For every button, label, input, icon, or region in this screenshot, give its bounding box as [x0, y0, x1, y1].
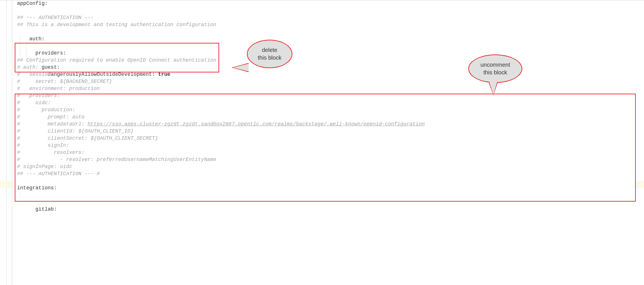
yaml-comment: # resolvers: — [17, 150, 85, 155]
yaml-key: integrations: — [17, 185, 57, 191]
line-highlight-right — [635, 181, 644, 188]
yaml-comment: # clientSecret: ${OAUTH_CLIENT_SECRET} — [17, 135, 158, 141]
yaml-comment: ## This is a development and testing aut… — [17, 22, 216, 28]
indent-guide — [26, 50, 26, 57]
yaml-comment: # signIn: — [17, 142, 69, 148]
gutter-line — [6, 0, 7, 285]
callout-text: delete — [262, 46, 278, 54]
yaml-comment: # signInPage: oidc — [17, 164, 72, 169]
callout-text: this block — [258, 54, 281, 62]
yaml-comment: # prompt: auto — [17, 114, 85, 120]
line-highlight-left — [0, 181, 12, 188]
blank-line — [17, 177, 635, 185]
yaml-comment: # clientId: ${OAUTH_CLIENT_ID} — [17, 128, 133, 134]
callout-uncomment: uncomment this block — [468, 55, 522, 83]
yaml-comment: ## Configuration required to enable Open… — [17, 57, 216, 63]
callout-text: uncomment — [481, 61, 510, 69]
yaml-key: gitlab: — [29, 206, 57, 212]
metadata-url: https://sso.apps.cluster-zgzdt.zgzdt.san… — [87, 121, 425, 127]
yaml-comment: # - resolver: preferredUsernameMatchingU… — [17, 157, 216, 162]
callout-delete: delete this block — [247, 40, 292, 68]
indent-guide — [20, 50, 20, 57]
code-block: appConfig: ## --- AUTHENTICATION --- ## … — [17, 0, 635, 199]
yaml-comment: # providers: — [17, 93, 60, 99]
yaml-comment: # secret: ${BACKEND_SECRET} — [17, 79, 112, 84]
gutter-line — [12, 0, 12, 285]
yaml-comment-prefix: # metadataUrl: — [17, 121, 87, 127]
indent-guide — [20, 192, 20, 199]
yaml-comment: # metadataUrl: https://sso.apps.cluster-… — [17, 121, 425, 127]
yaml-comment: ## --- AUTHENTICATION --- # — [17, 171, 100, 177]
indent-guide — [20, 43, 20, 50]
yaml-comment: # session: — [17, 72, 54, 77]
yaml-comment: # production: — [17, 107, 75, 113]
yaml-comment: ## --- AUTHENTICATION --- — [17, 15, 94, 20]
yaml-key: appConfig: — [17, 1, 48, 6]
yaml-comment: # environment: production — [17, 86, 100, 91]
indent-guide — [26, 43, 26, 50]
yaml-comment: # oidc: — [17, 100, 51, 106]
yaml-comment: # auth: — [17, 64, 39, 70]
indent-guide — [20, 35, 20, 43]
blank-line — [17, 7, 635, 14]
callout-text: this block — [483, 69, 507, 76]
